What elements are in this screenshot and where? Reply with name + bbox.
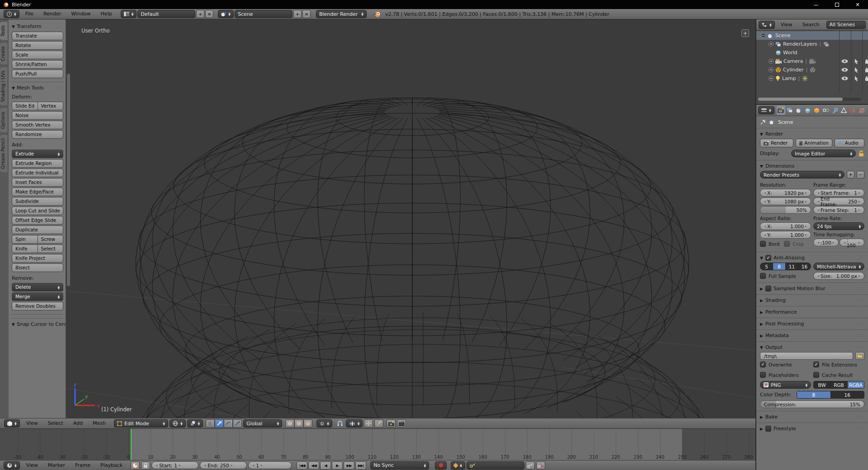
- viewport-shading-select[interactable]: ▲▼: [170, 419, 186, 428]
- panel-header-mesh-tools[interactable]: ▼Mesh Tools::::: [12, 85, 63, 91]
- face-select-button[interactable]: [303, 419, 312, 428]
- editor-type-timeline-menu[interactable]: ▲▼: [4, 461, 20, 470]
- panel-header-metadata[interactable]: ▶Metadata::::: [760, 333, 864, 338]
- screen-layout-field[interactable]: Default: [137, 10, 195, 18]
- tool-button-knife[interactable]: Knife: [12, 244, 38, 253]
- restore-button[interactable]: [826, 0, 847, 9]
- tool-button-slide-ed[interactable]: Slide Ed: [12, 102, 38, 110]
- delete-keyframe-button[interactable]: [536, 461, 545, 470]
- antialiasing-checkbox[interactable]: ✓: [765, 255, 771, 261]
- tool-button-loop-cut-and-slide[interactable]: Loop Cut and Slide: [12, 207, 63, 215]
- occlusion-toggle[interactable]: ▲▼: [316, 419, 332, 428]
- expand-icon[interactable]: +: [769, 42, 774, 47]
- collapse-icon[interactable]: −: [761, 33, 766, 38]
- auto-keyframe-button[interactable]: [435, 461, 447, 470]
- tab-render-layers-icon[interactable]: [786, 106, 794, 115]
- pivot-point-select[interactable]: ▲▼: [187, 419, 203, 428]
- aa-filter-select[interactable]: Mitchell-Netravali▲▼: [813, 263, 864, 270]
- renderability-camera-icon[interactable]: [863, 59, 868, 64]
- tool-button-extrude-region[interactable]: Extrude Region: [12, 159, 63, 168]
- color-mode-rgba[interactable]: RGBA: [848, 381, 864, 388]
- render-presets-select[interactable]: Render Presets▲▼: [760, 171, 844, 179]
- panel-header-transform[interactable]: ▼Transform::::: [12, 24, 63, 29]
- selectability-arrow-icon[interactable]: [851, 59, 861, 64]
- display-select[interactable]: Image Editor▲▼: [791, 150, 856, 157]
- aspect-y-field[interactable]: ◂Y:1.000▸: [760, 231, 811, 239]
- panel-header-freestyle[interactable]: ▶Freestyle::::: [760, 426, 864, 432]
- viewport-menu-view[interactable]: View: [21, 418, 43, 428]
- freestyle-checkbox[interactable]: [765, 426, 771, 432]
- panel-grip-icon[interactable]: ::::: [858, 415, 864, 419]
- remap-old-field[interactable]: ◂:100▸: [813, 239, 839, 246]
- timeline-ruler[interactable]: -50-40-30-20-100102030405060708090100110…: [0, 428, 755, 460]
- folder-browse-icon[interactable]: [855, 352, 864, 360]
- expand-icon[interactable]: +: [769, 76, 774, 81]
- opengl-render-image-button[interactable]: [387, 419, 396, 428]
- menu-window[interactable]: Window: [66, 9, 95, 19]
- output-panel-header[interactable]: ▼Output::::: [760, 344, 864, 350]
- insert-keyframe-button[interactable]: [526, 461, 535, 470]
- editor-type-properties-menu[interactable]: ▲▼: [758, 106, 774, 114]
- outliner-menu-search[interactable]: Search: [797, 20, 825, 30]
- selectability-arrow-icon[interactable]: [851, 76, 861, 81]
- tool-button-translate[interactable]: Translate: [12, 32, 63, 40]
- panel-grip-icon[interactable]: ::::: [57, 86, 63, 90]
- antialiasing-panel-header[interactable]: ▼✓Anti-Aliasing::::: [760, 255, 864, 261]
- sampled-motion-blur-checkbox[interactable]: [765, 286, 771, 291]
- shelf-tab-options[interactable]: Options: [0, 108, 8, 133]
- prev-keyframe-button[interactable]: ◀◀: [308, 461, 319, 470]
- layout-delete-button[interactable]: ✕: [205, 10, 213, 18]
- panel-grip-icon[interactable]: ::::: [858, 427, 864, 431]
- current-frame-field[interactable]: ◂1▸: [248, 461, 292, 469]
- tool-button-spin[interactable]: Spin: [12, 235, 38, 244]
- mode-select[interactable]: Edit Mode▲▼: [114, 419, 168, 428]
- panel-header-post-processing[interactable]: ▶Post Processing::::: [760, 321, 864, 327]
- editor-type-menu[interactable]: i▲▼: [4, 10, 19, 18]
- tool-button-offset-edge-slide[interactable]: Offset Edge Slide: [12, 216, 63, 225]
- aa-sample-5[interactable]: 5: [760, 263, 773, 270]
- frame-rate-select[interactable]: 24 fps▲▼: [813, 222, 864, 230]
- tool-button-subdivide[interactable]: Subdivide: [12, 197, 63, 206]
- viewport-canvas[interactable]: User Ortho + z y x (1) Cylinder: [66, 19, 755, 418]
- aa-sample-16[interactable]: 16: [798, 263, 811, 270]
- color-depth-16[interactable]: 16: [831, 391, 864, 398]
- panel-grip-icon[interactable]: ::::: [57, 24, 63, 28]
- render-engine-select[interactable]: Blender Render▲▼: [316, 10, 367, 18]
- file-extensions-checkbox[interactable]: ✓: [813, 362, 819, 367]
- timeline-menu-frame[interactable]: Frame: [70, 461, 95, 470]
- pin-icon[interactable]: [760, 119, 766, 125]
- shelf-tab-shading-uvs[interactable]: Shading / UVs: [0, 66, 8, 106]
- tool-button-randomize[interactable]: Randomize: [12, 130, 63, 139]
- timeline-menu-playback[interactable]: Playback: [95, 461, 127, 470]
- snap-magnet-icon[interactable]: [335, 419, 344, 428]
- panel-header-performance[interactable]: ▶Performance::::: [760, 309, 864, 315]
- manipulator-axis-icon[interactable]: [206, 419, 215, 428]
- resolution-x-field[interactable]: ◂X:1920 px▸: [760, 189, 811, 197]
- viewport-menu-add[interactable]: Add: [68, 418, 88, 428]
- selectability-arrow-icon[interactable]: [851, 67, 861, 73]
- tool-button-knife-project[interactable]: Knife Project: [12, 254, 63, 263]
- unlock-icon[interactable]: [858, 150, 864, 157]
- snap-grid-button[interactable]: [364, 419, 373, 428]
- tool-button-scale[interactable]: Scale: [12, 51, 63, 59]
- resolution-scale-slider[interactable]: 50%: [760, 206, 811, 214]
- tab-object-icon[interactable]: [812, 106, 821, 115]
- audio-button[interactable]: Audio: [835, 139, 864, 147]
- compression-slider[interactable]: Compression:15%: [760, 400, 864, 408]
- tool-button-push-pull[interactable]: Push/Pull: [12, 70, 63, 78]
- panel-grip-icon[interactable]: ::::: [858, 298, 864, 302]
- visibility-eye-icon[interactable]: [840, 59, 849, 63]
- render-button[interactable]: Render: [760, 139, 793, 147]
- viewport-menu-select[interactable]: Select: [43, 418, 68, 428]
- tool-button-remove-doubles[interactable]: Remove Doubles: [12, 302, 63, 310]
- editor-type-3dview-menu[interactable]: ▲▼: [4, 419, 20, 428]
- panel-grip-icon[interactable]: ::::: [858, 310, 864, 314]
- tab-texture-icon[interactable]: [858, 106, 866, 115]
- panel-grip-icon[interactable]: ::::: [858, 322, 864, 326]
- transform-orientation-select[interactable]: Global▲▼: [243, 419, 282, 428]
- play-reverse-button[interactable]: ◀: [320, 461, 331, 470]
- end-frame-field[interactable]: ◂End Frame:250▸: [813, 197, 864, 205]
- tool-button-smooth-vertex[interactable]: Smooth Vertex: [12, 121, 63, 129]
- manipulator-scale-button[interactable]: [233, 419, 242, 428]
- menu-render[interactable]: Render: [38, 9, 66, 19]
